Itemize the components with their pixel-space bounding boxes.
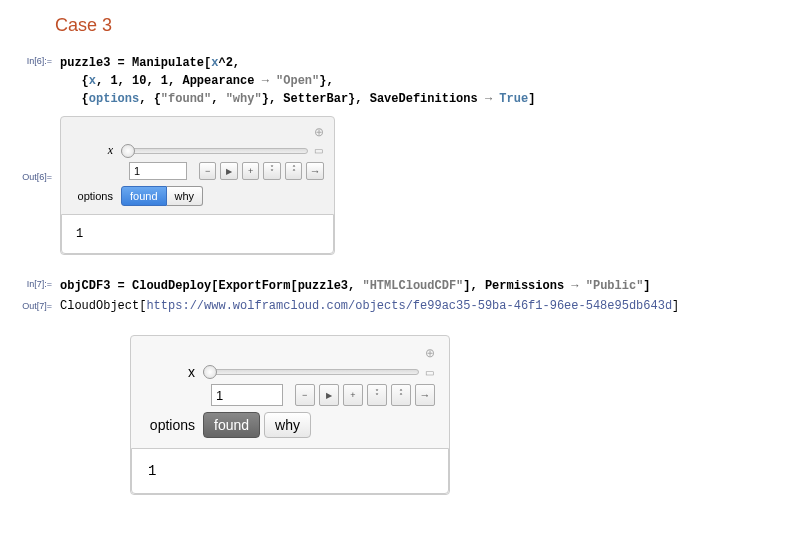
options-label: options	[71, 190, 121, 202]
out-label-6: Out[6]=	[0, 112, 52, 182]
step-minus-button[interactable]	[295, 384, 315, 406]
faster-button[interactable]: ˄˄	[391, 384, 411, 406]
section-heading: Case 3	[55, 15, 789, 36]
collapse-icon[interactable]: ▭	[314, 145, 324, 156]
manipulate-output-cloud: 1	[131, 448, 449, 494]
setter-bar-cloud: found why	[203, 412, 315, 438]
in-label-6: In[6]:=	[0, 54, 52, 66]
option-found-button[interactable]: found	[121, 186, 167, 206]
plus-icon[interactable]: ⊕	[314, 125, 324, 139]
slower-button[interactable]: ˅˅	[263, 162, 281, 180]
slider-thumb-cloud[interactable]	[203, 365, 217, 379]
collapse-icon[interactable]: ▭	[425, 367, 435, 378]
cloud-object-output: CloudObject[https://www.wolframcloud.com…	[60, 299, 789, 313]
output-cell-7: Out[7]= CloudObject[https://www.wolframc…	[0, 299, 789, 313]
play-button[interactable]	[319, 384, 339, 406]
slider-x-cloud[interactable]	[203, 369, 419, 375]
output-cell-6: Out[6]= ⊕ x ▭ ˅˅ ˄˄	[0, 112, 789, 265]
slider-row-cloud: x ▭	[145, 364, 435, 380]
step-plus-button[interactable]	[242, 162, 260, 180]
option-why-button[interactable]: why	[167, 186, 204, 206]
slider-x[interactable]	[121, 148, 308, 154]
in-label-7: In[7]:=	[0, 277, 52, 289]
input-cell-6: In[6]:= puzzle3 = Manipulate[x^2, {x, 1,…	[0, 54, 789, 108]
code-in7: objCDF3 = CloudDeploy[ExportForm[puzzle3…	[60, 277, 789, 295]
step-plus-button[interactable]	[343, 384, 363, 406]
manipulate-panel-notebook: ⊕ x ▭ ˅˅ ˄˄ options	[60, 116, 335, 255]
x-input[interactable]	[129, 162, 187, 180]
slower-button[interactable]: ˅˅	[367, 384, 387, 406]
manipulate-output: 1	[61, 214, 334, 254]
input-cell-7: In[7]:= objCDF3 = CloudDeploy[ExportForm…	[0, 277, 789, 295]
manipulate-panel-cloud: ⊕ x ▭ ˅˅ ˄˄ options	[130, 335, 450, 495]
play-button[interactable]	[220, 162, 238, 180]
options-label-cloud: options	[145, 417, 203, 433]
variable-label-x: x	[71, 143, 121, 158]
faster-button[interactable]: ˄˄	[285, 162, 303, 180]
cloud-panel-row: ⊕ x ▭ ˅˅ ˄˄ options	[0, 331, 789, 505]
variable-label-x-cloud: x	[145, 364, 203, 380]
direction-button[interactable]	[415, 384, 435, 406]
slider-thumb[interactable]	[121, 144, 135, 158]
out-label-7: Out[7]=	[0, 299, 52, 311]
code-in6: puzzle3 = Manipulate[x^2, {x, 1, 10, 1, …	[60, 54, 789, 108]
setter-bar: found why	[121, 186, 203, 206]
cloud-url[interactable]: https://www.wolframcloud.com/objects/fe9…	[146, 299, 672, 313]
plus-icon[interactable]: ⊕	[425, 346, 435, 360]
option-why-button-cloud[interactable]: why	[264, 412, 311, 438]
x-input-cloud[interactable]	[211, 384, 283, 406]
step-minus-button[interactable]	[199, 162, 217, 180]
option-found-button-cloud[interactable]: found	[203, 412, 260, 438]
direction-button[interactable]	[306, 162, 324, 180]
slider-row: x ▭	[71, 143, 324, 158]
